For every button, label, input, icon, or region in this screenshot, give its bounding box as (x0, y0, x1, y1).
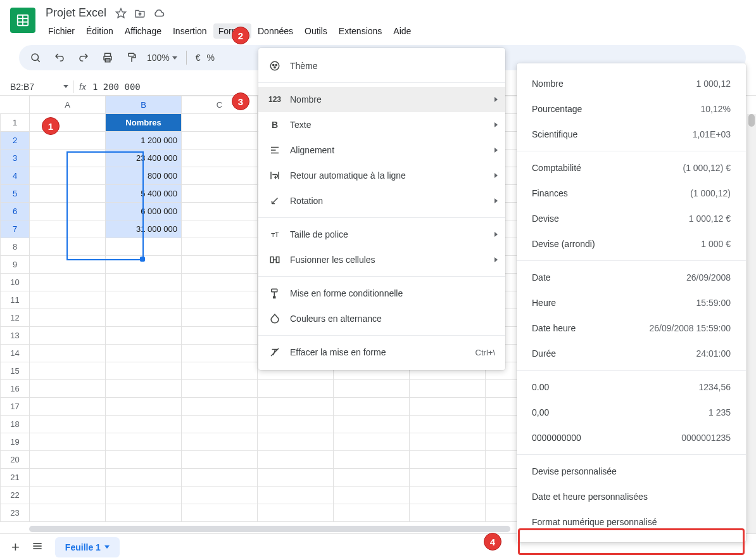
number-format-option[interactable]: Date et heure personnalisées (517, 484, 746, 509)
row-header[interactable]: 13 (1, 327, 30, 345)
star-icon[interactable] (115, 8, 127, 19)
number-format-option[interactable]: Devise (arrondi)1 000 € (517, 231, 746, 257)
cell-A2[interactable] (30, 132, 106, 150)
cell-B14[interactable] (106, 345, 182, 362)
menu-rotation[interactable]: Rotation (258, 188, 505, 213)
cell-A18[interactable] (30, 416, 106, 433)
cell-A10[interactable] (30, 274, 106, 291)
cell-B11[interactable] (106, 291, 182, 309)
cell-B23[interactable] (106, 504, 182, 522)
cell-E20[interactable] (334, 451, 410, 469)
cell-A16[interactable] (30, 380, 106, 398)
cell-A1[interactable] (30, 114, 106, 132)
cell-F21[interactable] (410, 469, 486, 487)
menu-theme[interactable]: Thème (258, 53, 505, 79)
number-format-option[interactable]: Pourcentage10,12% (517, 96, 746, 122)
cell-A12[interactable] (30, 309, 106, 327)
menu-align[interactable]: Alignement (258, 137, 505, 163)
cell-C10[interactable] (182, 274, 258, 291)
cell-D17[interactable] (258, 398, 334, 416)
cell-A7[interactable] (30, 220, 106, 238)
cell-A14[interactable] (30, 345, 106, 362)
number-format-option[interactable]: Devise1 000,12 € (517, 206, 746, 231)
cell-A17[interactable] (30, 398, 106, 416)
paint-format-icon[interactable] (123, 49, 141, 67)
cell-B15[interactable] (106, 362, 182, 380)
cell-F22[interactable] (410, 487, 486, 504)
cell-D16[interactable] (258, 380, 334, 398)
cell-B2[interactable]: 1 200 000 (106, 132, 182, 150)
menu-conditional[interactable]: Mise en forme conditionnelle (258, 281, 505, 306)
menubar-item-affichage[interactable]: Affichage (120, 23, 167, 39)
menu-clear-formatting[interactable]: Effacer la mise en forme Ctrl+\ (258, 340, 505, 365)
cell-F17[interactable] (410, 398, 486, 416)
cell-A6[interactable] (30, 203, 106, 220)
menubar-item-édition[interactable]: Édition (81, 23, 118, 39)
cell-C2[interactable] (182, 132, 258, 150)
cell-F18[interactable] (410, 416, 486, 433)
cell-E21[interactable] (334, 469, 410, 487)
row-header[interactable]: 23 (1, 504, 30, 522)
number-format-option[interactable]: 0.001234,56 (517, 374, 746, 400)
row-header[interactable]: 16 (1, 380, 30, 398)
row-header[interactable]: 1 (1, 114, 30, 132)
cell-A8[interactable] (30, 238, 106, 256)
menubar-item-fichier[interactable]: Fichier (43, 23, 80, 39)
cell-C23[interactable] (182, 504, 258, 522)
row-header[interactable]: 20 (1, 451, 30, 469)
cell-E19[interactable] (334, 433, 410, 451)
menu-wrap[interactable]: Retour automatique à la ligne (258, 163, 505, 188)
cell-A9[interactable] (30, 256, 106, 274)
currency-button[interactable]: € (196, 53, 201, 63)
row-header[interactable]: 2 (1, 132, 30, 150)
cell-B20[interactable] (106, 451, 182, 469)
cell-B10[interactable] (106, 274, 182, 291)
menubar-item-données[interactable]: Données (253, 23, 298, 39)
cell-A23[interactable] (30, 504, 106, 522)
cell-A13[interactable] (30, 327, 106, 345)
undo-icon[interactable] (51, 49, 68, 67)
cell-C18[interactable] (182, 416, 258, 433)
cell-D20[interactable] (258, 451, 334, 469)
menu-altcolors[interactable]: Couleurs en alternance (258, 306, 505, 331)
cell-A5[interactable] (30, 185, 106, 203)
percent-button[interactable]: % (207, 53, 215, 63)
cell-C21[interactable] (182, 469, 258, 487)
menu-text[interactable]: B Texte (258, 112, 505, 137)
column-header-A[interactable]: A (30, 96, 106, 114)
formula-input[interactable]: 1 200 000 (92, 82, 141, 92)
cell-C1[interactable] (182, 114, 258, 132)
cell-C12[interactable] (182, 309, 258, 327)
menubar-item-aide[interactable]: Aide (388, 23, 416, 39)
cloud-status-icon[interactable] (153, 8, 165, 19)
row-header[interactable]: 21 (1, 469, 30, 487)
cell-A11[interactable] (30, 291, 106, 309)
cell-C9[interactable] (182, 256, 258, 274)
menubar-item-extensions[interactable]: Extensions (334, 23, 387, 39)
redo-icon[interactable] (75, 49, 92, 67)
cell-D23[interactable] (258, 504, 334, 522)
cell-B9[interactable] (106, 256, 182, 274)
row-header[interactable]: 17 (1, 398, 30, 416)
row-header[interactable]: 9 (1, 256, 30, 274)
cell-B21[interactable] (106, 469, 182, 487)
row-header[interactable]: 18 (1, 416, 30, 433)
cell-D18[interactable] (258, 416, 334, 433)
add-sheet-button[interactable]: + (11, 539, 20, 556)
row-header[interactable]: 6 (1, 203, 30, 220)
cell-B22[interactable] (106, 487, 182, 504)
cell-B13[interactable] (106, 327, 182, 345)
cell-B12[interactable] (106, 309, 182, 327)
cell-C16[interactable] (182, 380, 258, 398)
row-header[interactable]: 7 (1, 220, 30, 238)
cell-D21[interactable] (258, 469, 334, 487)
row-header[interactable]: 8 (1, 238, 30, 256)
number-format-option[interactable]: Comptabilité(1 000,12) € (517, 155, 746, 181)
cell-C13[interactable] (182, 327, 258, 345)
row-header[interactable]: 10 (1, 274, 30, 291)
cell-C14[interactable] (182, 345, 258, 362)
cell-C7[interactable] (182, 220, 258, 238)
cell-E16[interactable] (334, 380, 410, 398)
row-header[interactable]: 19 (1, 433, 30, 451)
cell-C4[interactable] (182, 167, 258, 185)
